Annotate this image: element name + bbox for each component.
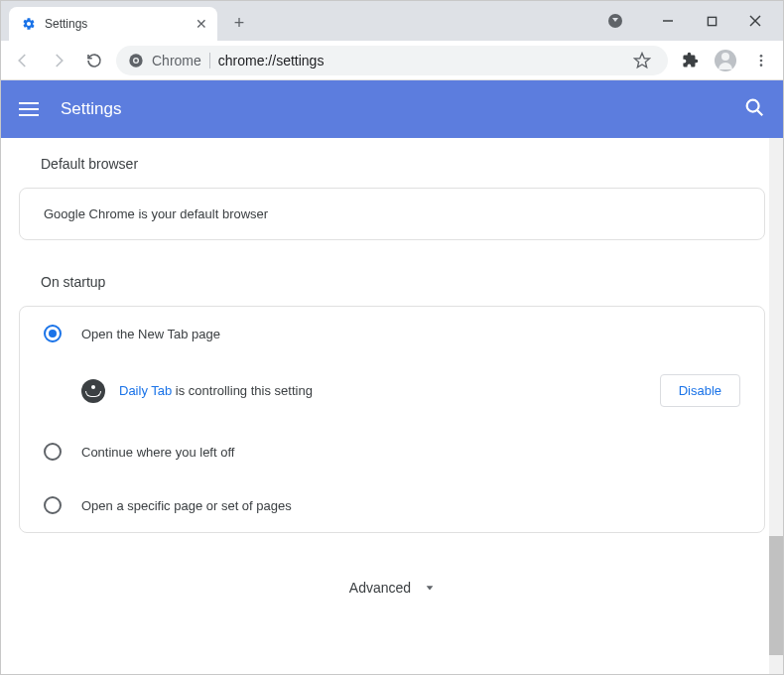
back-button[interactable] xyxy=(9,47,37,74)
browser-toolbar: Chrome chrome://settings xyxy=(1,41,783,80)
new-tab-button[interactable]: + xyxy=(225,9,253,37)
gear-icon xyxy=(21,16,37,32)
svg-point-10 xyxy=(760,64,763,67)
section-title-default-browser: Default browser xyxy=(41,156,765,172)
settings-title: Settings xyxy=(61,99,721,119)
settings-header: Settings xyxy=(1,80,783,138)
radio-label: Open a specific page or set of pages xyxy=(81,498,292,513)
svg-line-12 xyxy=(757,110,762,115)
disable-button[interactable]: Disable xyxy=(660,374,740,407)
radio-icon xyxy=(44,496,62,514)
radio-label: Open the New Tab page xyxy=(81,327,220,341)
svg-point-11 xyxy=(747,100,759,112)
extension-controlled-notice: Daily Tab is controlling this setting Di… xyxy=(20,360,764,425)
search-icon[interactable] xyxy=(743,96,765,122)
controlled-suffix: is controlling this setting xyxy=(172,383,313,398)
default-browser-card: Google Chrome is your default browser xyxy=(19,188,765,240)
extension-name-link[interactable]: Daily Tab xyxy=(119,383,172,398)
titlebar: Settings ✕ + xyxy=(1,1,783,41)
media-control-icon[interactable] xyxy=(608,14,622,28)
bookmark-star-icon[interactable] xyxy=(628,47,656,74)
svg-point-6 xyxy=(134,59,137,62)
forward-button[interactable] xyxy=(45,47,72,74)
svg-point-9 xyxy=(760,59,763,62)
default-browser-message: Google Chrome is your default browser xyxy=(44,206,268,221)
maximize-button[interactable] xyxy=(704,13,719,29)
browser-tab[interactable]: Settings ✕ xyxy=(9,7,217,41)
chevron-down-icon xyxy=(425,579,435,597)
startup-option-specific-page[interactable]: Open a specific page or set of pages xyxy=(20,478,764,532)
omnibox[interactable]: Chrome chrome://settings xyxy=(116,46,668,75)
close-window-button[interactable] xyxy=(747,13,763,29)
tab-title: Settings xyxy=(45,17,194,31)
hamburger-menu-icon[interactable] xyxy=(19,98,39,120)
chrome-icon xyxy=(128,53,144,68)
omnibox-separator xyxy=(209,53,210,68)
omnibox-url: chrome://settings xyxy=(218,53,620,68)
startup-option-new-tab[interactable]: Open the New Tab page xyxy=(20,307,764,360)
extension-app-icon xyxy=(81,379,105,403)
svg-marker-13 xyxy=(427,586,434,590)
extensions-icon[interactable] xyxy=(676,47,704,74)
svg-rect-1 xyxy=(708,17,716,25)
svg-point-8 xyxy=(760,55,763,58)
scrollbar-thumb[interactable] xyxy=(769,536,783,655)
advanced-toggle[interactable]: Advanced xyxy=(19,567,765,608)
profile-avatar[interactable] xyxy=(712,47,739,74)
radio-icon xyxy=(44,443,62,461)
omnibox-prefix: Chrome xyxy=(152,53,201,68)
startup-option-continue[interactable]: Continue where you left off xyxy=(20,425,764,478)
radio-selected-icon xyxy=(44,325,62,342)
minimize-button[interactable] xyxy=(660,13,676,29)
svg-marker-7 xyxy=(635,53,650,67)
close-tab-icon[interactable]: ✕ xyxy=(194,16,209,32)
reload-button[interactable] xyxy=(80,47,108,74)
advanced-label: Advanced xyxy=(349,580,411,596)
radio-label: Continue where you left off xyxy=(81,445,234,460)
menu-kebab-icon[interactable] xyxy=(747,47,775,74)
settings-content: Default browser Google Chrome is your de… xyxy=(1,138,783,674)
section-title-on-startup: On startup xyxy=(41,274,765,290)
on-startup-card: Open the New Tab page Daily Tab is contr… xyxy=(19,306,765,533)
